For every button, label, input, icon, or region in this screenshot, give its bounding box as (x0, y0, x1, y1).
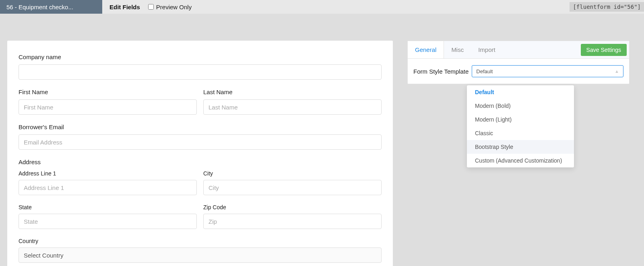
dropdown-item-classic[interactable]: Classic (467, 126, 574, 140)
form-style-template-value: Default (476, 68, 493, 74)
city-input[interactable] (203, 180, 382, 195)
label-zip-code: Zip Code (203, 204, 382, 210)
label-company-name: Company name (19, 54, 382, 60)
template-dropdown: Default Modern (Bold) Modern (Light) Cla… (467, 85, 574, 167)
form-style-template-select[interactable]: Default ▲ (472, 65, 623, 77)
preview-only-toggle[interactable]: Preview Only (147, 4, 192, 10)
label-address: Address (19, 159, 382, 165)
label-first-name: First Name (19, 89, 197, 95)
tab-general[interactable]: General (408, 41, 444, 58)
label-borrower-email: Borrower's Email (19, 124, 382, 130)
save-settings-button[interactable]: Save Settings (581, 44, 627, 56)
label-city: City (203, 170, 382, 177)
form-preview-panel: Company name First Name Last Name Borrow… (7, 41, 393, 266)
label-state: State (19, 204, 197, 210)
preview-only-label: Preview Only (156, 4, 192, 10)
tab-edit-fields[interactable]: Edit Fields (102, 0, 147, 14)
dropdown-item-modern-bold[interactable]: Modern (Bold) (467, 99, 574, 113)
settings-panel: General Misc Import Save Settings Form S… (407, 41, 630, 84)
zip-code-input[interactable] (203, 214, 382, 229)
last-name-input[interactable] (203, 99, 382, 115)
preview-only-checkbox[interactable] (148, 4, 154, 10)
tab-misc[interactable]: Misc (444, 41, 471, 58)
tab-form-title[interactable]: 56 - Equipment checko... (0, 0, 102, 14)
label-last-name: Last Name (203, 89, 382, 95)
label-address-line-1: Address Line 1 (19, 170, 197, 177)
dropdown-item-bootstrap[interactable]: Bootstrap Style (467, 140, 574, 154)
settings-tabs: General Misc Import Save Settings (408, 41, 629, 59)
state-input[interactable] (19, 214, 197, 229)
dropdown-item-modern-light[interactable]: Modern (Light) (467, 113, 574, 126)
top-bar: 56 - Equipment checko... Edit Fields Pre… (0, 0, 644, 14)
company-name-input[interactable] (19, 64, 382, 80)
first-name-input[interactable] (19, 99, 197, 115)
dropdown-item-default[interactable]: Default (467, 85, 574, 99)
dropdown-item-custom[interactable]: Custom (Advanced Customization) (467, 154, 574, 167)
chevron-up-icon: ▲ (615, 69, 619, 74)
label-country: Country (19, 238, 382, 244)
label-form-style-template: Form Style Template (413, 68, 469, 75)
country-select[interactable]: Select Country (19, 247, 382, 263)
shortcode-display[interactable]: [fluentform id="56"] (570, 2, 644, 12)
address-line-1-input[interactable] (19, 180, 197, 195)
tab-import[interactable]: Import (471, 41, 503, 58)
borrower-email-input[interactable] (19, 134, 382, 150)
